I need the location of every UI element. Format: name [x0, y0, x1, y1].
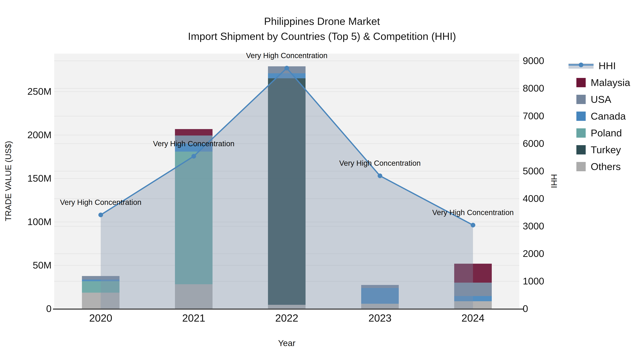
- y-left-tick-200M: 200M: [0, 130, 52, 140]
- bar-segment-poland-2021: [175, 152, 212, 284]
- x-tick-2023: 2023: [358, 313, 402, 324]
- legend-label: Poland: [591, 128, 622, 138]
- canada-swatch-icon: [576, 112, 586, 121]
- legend-label: HHI: [598, 60, 616, 71]
- y-right-tick-7000: 7000: [523, 111, 576, 121]
- y-left-tick-250M: 250M: [0, 86, 52, 96]
- y-right-tick-3000: 3000: [523, 221, 576, 231]
- bar-segment-others-2023: [361, 304, 399, 309]
- bar-segment-usa-2020: [82, 276, 120, 280]
- legend-item-poland[interactable]: Poland: [574, 127, 622, 139]
- y-left-tick-50M: 50M: [0, 260, 52, 270]
- y-right-axis-title: HHI: [549, 174, 559, 188]
- malaysia-swatch-icon: [576, 78, 586, 87]
- bar-segment-canada-2020: [82, 280, 120, 281]
- x-tick-2020: 2020: [79, 313, 122, 324]
- bar-segment-canada-2022: [268, 73, 306, 78]
- legend-label: USA: [591, 94, 611, 105]
- gridline-right-9000: [54, 61, 519, 61]
- legend-label: Others: [591, 161, 621, 172]
- bar-segment-others-2022: [268, 305, 306, 309]
- y-right-tick-1000: 1000: [523, 276, 576, 286]
- y-right-tick-8000: 8000: [523, 83, 576, 93]
- y-right-tick-2000: 2000: [523, 249, 576, 258]
- x-axis-line: [53, 309, 523, 310]
- annotation-2020: Very High Concentration: [60, 198, 141, 207]
- legend-label: Canada: [591, 111, 626, 122]
- figure: Philippines Drone Market Import Shipment…: [0, 0, 644, 362]
- chart-title: Philippines Drone Market: [0, 15, 644, 27]
- x-tick-2022: 2022: [265, 313, 308, 324]
- legend-item-malaysia[interactable]: Malaysia: [574, 77, 630, 88]
- plot-area: [54, 54, 519, 309]
- y-left-axis-title: TRADE VALUE (US$): [4, 141, 13, 221]
- y-right-tick-9000: 9000: [523, 56, 576, 65]
- legend-label: Turkey: [591, 144, 621, 155]
- bar-segment-canada-2023: [361, 288, 399, 304]
- hhi-line-icon: [568, 61, 594, 70]
- y-right-tick-0: 0: [523, 304, 576, 313]
- poland-swatch-icon: [576, 128, 586, 138]
- bar-segment-others-2021: [175, 284, 212, 309]
- y-right-tick-6000: 6000: [523, 139, 576, 148]
- bar-segment-others-2024: [454, 301, 492, 309]
- chart-subtitle: Import Shipment by Countries (Top 5) & C…: [0, 30, 644, 42]
- legend-item-canada[interactable]: Canada: [574, 110, 626, 122]
- annotation-2024: Very High Concentration: [432, 208, 514, 217]
- legend-label: Malaysia: [591, 77, 630, 88]
- x-tick-2021: 2021: [172, 313, 215, 324]
- x-tick-2024: 2024: [452, 313, 494, 324]
- y-right-tick-4000: 4000: [523, 194, 576, 203]
- bar-segment-malaysia-2021: [175, 129, 212, 135]
- annotation-2022: Very High Concentration: [246, 51, 327, 60]
- legend: HHI Malaysia USA Canada Poland Turkey Ot…: [574, 57, 644, 179]
- bar-segment-malaysia-2024: [454, 264, 492, 283]
- x-axis-title: Year: [54, 338, 519, 348]
- bar-segment-canada-2024: [454, 296, 492, 301]
- legend-item-turkey[interactable]: Turkey: [574, 144, 621, 156]
- others-swatch-icon: [576, 162, 586, 171]
- usa-swatch-icon: [576, 95, 586, 104]
- bar-segment-poland-2020: [82, 281, 120, 293]
- bar-segment-usa-2023: [361, 285, 399, 288]
- legend-item-hhi[interactable]: HHI: [574, 60, 616, 71]
- legend-item-usa[interactable]: USA: [574, 94, 611, 105]
- annotation-2021: Very High Concentration: [153, 139, 234, 148]
- turkey-swatch-icon: [576, 145, 586, 154]
- bar-segment-usa-2022: [268, 66, 306, 73]
- y-left-tick-0: 0: [0, 304, 52, 313]
- bar-segment-turkey-2022: [268, 78, 306, 305]
- legend-item-others[interactable]: Others: [574, 161, 621, 172]
- bar-segment-usa-2024: [454, 283, 492, 296]
- annotation-2023: Very High Concentration: [339, 159, 420, 168]
- bar-segment-others-2020: [82, 293, 120, 309]
